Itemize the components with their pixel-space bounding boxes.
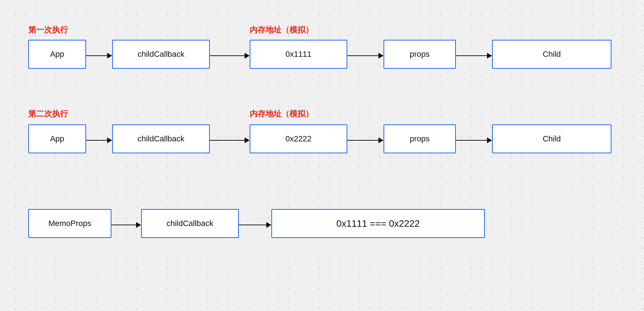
node-r3n2: childCallback: [141, 209, 239, 238]
node-r1n5: Child: [492, 40, 611, 69]
node-r3n3: 0x1111 === 0x2222: [271, 209, 485, 238]
arrow-r2-2: [210, 137, 250, 143]
node-r2n1: App: [28, 124, 86, 153]
arrow-r3-1: [111, 222, 141, 228]
row2-memory-label: 内存地址（模拟）: [250, 108, 313, 119]
node-r1n2: childCallback: [112, 40, 210, 69]
node-r3n1: MemoProps: [28, 209, 111, 238]
arrow-r2-1: [86, 137, 112, 143]
arrow-r1-4: [456, 53, 492, 59]
node-r2n4: props: [384, 124, 456, 153]
node-r2n5: Child: [492, 124, 611, 153]
arrow-r1-1: [86, 53, 112, 59]
arrow-r2-3: [347, 137, 384, 143]
node-r2n2: childCallback: [112, 124, 210, 153]
arrow-r1-3: [347, 53, 384, 59]
row2-label: 第二次执行: [28, 108, 68, 119]
arrow-r1-2: [210, 53, 250, 59]
node-r2n3: 0x2222: [250, 124, 347, 153]
row1-memory-label: 内存地址（模拟）: [250, 25, 313, 35]
node-r1n4: props: [384, 40, 456, 69]
arrow-r2-4: [456, 137, 492, 143]
row1-label: 第一次执行: [28, 25, 68, 35]
node-r1n1: App: [28, 40, 86, 69]
canvas: 第一次执行 内存地址（模拟） App childCallback 0x1111 …: [0, 0, 644, 311]
node-r1n3: 0x1111: [250, 40, 347, 69]
arrow-r3-2: [239, 222, 271, 228]
